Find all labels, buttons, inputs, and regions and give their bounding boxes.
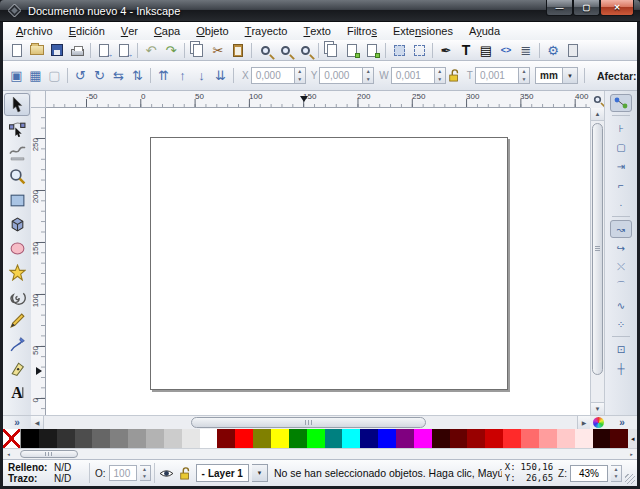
snap-bbox-edges-button[interactable]: ▢ [610, 138, 632, 156]
export-button[interactable]: → [114, 41, 134, 60]
flip-vertical-button[interactable]: ⇅ [128, 65, 147, 87]
snap-bbox-centers-button[interactable]: ∙ [610, 195, 632, 213]
menu-extensiones[interactable]: Extensiones [385, 22, 461, 40]
palette-swatch[interactable] [467, 429, 485, 448]
palette-swatch[interactable] [521, 429, 539, 448]
import-button[interactable]: → [94, 41, 114, 60]
3d-box-tool-button[interactable] [4, 213, 30, 236]
palette-swatch[interactable] [575, 429, 593, 448]
undo-button[interactable]: ↶ [141, 41, 161, 60]
scroll-down-button[interactable]: ▼ [591, 402, 604, 415]
palette-swatch[interactable] [342, 429, 360, 448]
palette-swatch[interactable] [557, 429, 575, 448]
snap-paths-button[interactable]: ↪ [610, 239, 632, 257]
vertical-ruler[interactable]: 250 200 150 100 50 0 [31, 108, 46, 415]
color-managed-display-toggle[interactable] [590, 416, 607, 429]
palette-scrollbar[interactable]: ◂ ▸ [3, 448, 637, 459]
vertical-scrollbar[interactable]: ▲ ▼ [590, 108, 604, 415]
palette-swatch[interactable] [450, 429, 468, 448]
rotate-ccw-button[interactable]: ↺ [71, 65, 90, 87]
lower-button[interactable]: ↓ [192, 65, 211, 87]
menu-archivo[interactable]: Archivo [8, 22, 61, 40]
rotate-cw-button[interactable]: ↻ [90, 65, 109, 87]
snap-smooth-nodes-button[interactable]: ∿ [610, 296, 632, 314]
copy-button[interactable] [188, 41, 208, 60]
xml-editor-button[interactable]: <> [496, 41, 516, 60]
new-document-button[interactable] [7, 41, 27, 60]
scroll-left-button[interactable]: ◀ [31, 416, 44, 429]
enable-snapping-button[interactable] [610, 94, 632, 112]
menu-texto[interactable]: Texto [295, 22, 339, 40]
minimize-button[interactable]: — [546, 0, 573, 16]
pencil-tool-button[interactable] [4, 309, 30, 332]
zoom-drawing-button[interactable] [275, 41, 295, 60]
palette-swatch[interactable] [200, 429, 218, 448]
opacity-spinner[interactable]: ▲▼ [140, 465, 151, 481]
width-input[interactable]: 0,001 [391, 67, 435, 84]
paste-button[interactable] [228, 41, 248, 60]
save-button[interactable] [47, 41, 67, 60]
palette-swatch[interactable] [217, 429, 235, 448]
group-button[interactable] [389, 41, 409, 60]
zoom-spinner[interactable]: ▲▼ [611, 465, 622, 482]
canvas[interactable] [46, 108, 590, 415]
current-layer-select[interactable]: - Layer 1 [196, 464, 249, 482]
raise-button[interactable]: ↑ [173, 65, 192, 87]
snap-object-centers-button[interactable]: ⊡ [610, 340, 632, 358]
spiral-tool-button[interactable] [4, 285, 30, 308]
opacity-input[interactable]: 100 [109, 465, 137, 481]
palette-swatch[interactable] [271, 429, 289, 448]
horizontal-scrollbar[interactable] [44, 416, 577, 429]
select-all-layers-button[interactable]: ▦ [26, 65, 45, 87]
menu-ver[interactable]: Ver [113, 22, 146, 40]
raise-to-top-button[interactable]: ⇈ [154, 65, 173, 87]
palette-scroll-left-button[interactable]: ◂ [628, 429, 637, 448]
height-input[interactable]: 0,001 [475, 67, 519, 84]
palette-swatch[interactable] [182, 429, 200, 448]
select-all-button[interactable]: ▣ [7, 65, 26, 87]
palette-swatch[interactable] [110, 429, 128, 448]
width-spinner[interactable]: ▲▼ [435, 67, 446, 84]
palette-swatch[interactable] [92, 429, 110, 448]
snap-bbox-edge-midpoints-button[interactable]: ⌐ [610, 176, 632, 194]
title-bar[interactable]: Documento nuevo 4 - Inkscape — ▢ ✕ [0, 0, 640, 22]
palette-swatch[interactable] [325, 429, 343, 448]
x-spinner[interactable]: ▲▼ [295, 67, 306, 84]
bezier-tool-button[interactable] [4, 333, 30, 356]
node-tool-button[interactable] [4, 117, 30, 140]
palette-swatch[interactable] [485, 429, 503, 448]
horizontal-scrollbar-thumb[interactable] [191, 417, 426, 428]
palette-swatch[interactable] [146, 429, 164, 448]
deselect-button[interactable]: ▢ [45, 65, 64, 87]
lower-to-bottom-button[interactable]: ⇊ [211, 65, 230, 87]
palette-swatch[interactable] [432, 429, 450, 448]
menu-capa[interactable]: Capa [146, 22, 188, 40]
calligraphy-tool-button[interactable] [4, 357, 30, 380]
palette-swatch[interactable] [164, 429, 182, 448]
y-spinner[interactable]: ▲▼ [363, 67, 374, 84]
palette-swatch[interactable] [414, 429, 432, 448]
palette-swatch[interactable] [39, 429, 57, 448]
sticky-zoom-toggle-button[interactable] [590, 91, 604, 108]
snapbar-overflow-button[interactable]: » [607, 416, 637, 429]
menu-filtros[interactable]: Filtros [339, 22, 385, 40]
unit-select[interactable]: mm ▼ [535, 67, 578, 84]
layer-visibility-toggle[interactable] [158, 468, 175, 479]
palette-swatch[interactable] [75, 429, 93, 448]
unlink-clone-button[interactable] [362, 41, 382, 60]
zoom-selection-button[interactable] [255, 41, 275, 60]
fill-stroke-indicator[interactable]: Relleno: N/D Trazo: N/D [8, 462, 86, 484]
redo-button[interactable]: ↷ [161, 41, 181, 60]
palette-swatch[interactable] [539, 429, 557, 448]
window-resize-grip[interactable] [625, 474, 635, 484]
scroll-right-button[interactable]: ▶ [577, 416, 590, 429]
ungroup-button[interactable] [409, 41, 429, 60]
palette-swatch[interactable] [610, 429, 628, 448]
zoom-input[interactable]: 43% [570, 465, 608, 482]
vertical-scrollbar-thumb[interactable] [592, 123, 603, 375]
menu-objeto[interactable]: Objeto [188, 22, 236, 40]
menu-ayuda[interactable]: Ayuda [461, 22, 508, 40]
text-dialog-button[interactable]: T [456, 41, 476, 60]
snap-cusp-nodes-button[interactable]: ⌒ [610, 277, 632, 295]
lock-ratio-button[interactable] [446, 65, 462, 87]
